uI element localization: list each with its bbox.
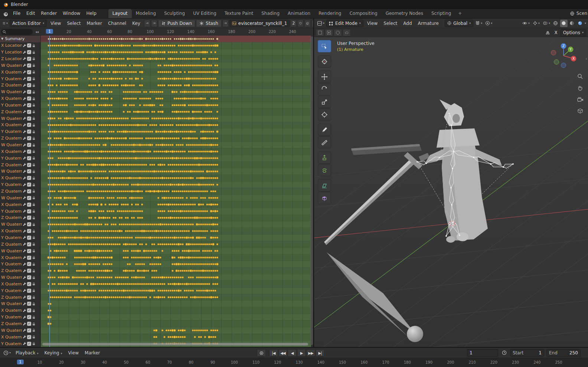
channel-enable-checkbox[interactable]: ✓ bbox=[27, 282, 31, 286]
shading-solid-button[interactable] bbox=[560, 20, 568, 27]
wrench-icon[interactable] bbox=[23, 295, 26, 299]
channel-enable-checkbox[interactable]: ✓ bbox=[27, 229, 31, 233]
lock-icon[interactable] bbox=[32, 70, 36, 74]
lock-icon[interactable] bbox=[32, 137, 36, 140]
channel-enable-checkbox[interactable]: ✓ bbox=[27, 328, 31, 332]
channel-row[interactable]: X Quaterni✓ bbox=[0, 281, 41, 287]
gizmo-neg-z[interactable] bbox=[561, 63, 566, 68]
wrench-icon[interactable] bbox=[23, 229, 26, 233]
lock-icon[interactable] bbox=[32, 97, 36, 101]
wrench-icon[interactable] bbox=[23, 223, 26, 226]
viewport-menu-armature[interactable]: Armature bbox=[415, 19, 442, 27]
channel-enable-checkbox[interactable]: ✓ bbox=[27, 96, 31, 101]
channel-enable-checkbox[interactable]: ✓ bbox=[27, 262, 31, 266]
tool-move[interactable] bbox=[318, 71, 331, 83]
lock-icon[interactable] bbox=[32, 163, 36, 167]
channel-enable-checkbox[interactable]: ✓ bbox=[27, 136, 31, 140]
visibility-eye-icon[interactable]: ▾ bbox=[521, 20, 531, 27]
channel-row[interactable]: X Quaterni✓ bbox=[0, 95, 41, 102]
add-workspace-button[interactable]: + bbox=[455, 9, 465, 18]
lock-icon[interactable] bbox=[32, 156, 36, 160]
mirror-icon[interactable] bbox=[544, 29, 552, 36]
wrench-icon[interactable] bbox=[23, 63, 26, 67]
channel-enable-checkbox[interactable]: ✓ bbox=[27, 302, 31, 306]
wrench-icon[interactable] bbox=[23, 150, 26, 153]
timeline-menu-playback[interactable]: Playback ▾ bbox=[13, 349, 41, 357]
channel-row[interactable]: W Quaterni✓ bbox=[0, 115, 41, 122]
gizmo-neg-y[interactable] bbox=[554, 60, 559, 65]
lock-icon[interactable] bbox=[32, 342, 36, 345]
lock-icon[interactable] bbox=[32, 322, 36, 326]
jump-to-start-button[interactable]: |◀ bbox=[269, 349, 278, 357]
lock-icon[interactable] bbox=[32, 209, 36, 213]
dope-menu-select[interactable]: Select bbox=[64, 19, 84, 27]
workspace-tab-shading[interactable]: Shading bbox=[257, 9, 284, 18]
wrench-icon[interactable] bbox=[23, 130, 26, 134]
wrench-icon[interactable] bbox=[23, 183, 26, 187]
gizmo-neg-x[interactable] bbox=[551, 50, 556, 55]
channel-enable-checkbox[interactable]: ✓ bbox=[27, 203, 31, 207]
wrench-icon[interactable] bbox=[23, 163, 26, 167]
viewport-3d-scene[interactable] bbox=[314, 37, 588, 347]
channel-enable-checkbox[interactable]: ✓ bbox=[27, 315, 31, 319]
channel-enable-checkbox[interactable]: ✓ bbox=[27, 342, 31, 346]
channel-enable-checkbox[interactable]: ✓ bbox=[27, 256, 31, 260]
channel-enable-checkbox[interactable]: ✓ bbox=[27, 110, 31, 114]
wrench-icon[interactable] bbox=[23, 196, 26, 200]
channel-row[interactable]: X Quaterni✓ bbox=[0, 69, 41, 75]
lock-icon[interactable] bbox=[32, 276, 36, 279]
channel-row[interactable]: Y Quaterni✓ bbox=[0, 208, 41, 214]
lock-icon[interactable] bbox=[32, 236, 36, 239]
lock-icon[interactable] bbox=[32, 170, 36, 173]
shading-rendered-button[interactable] bbox=[576, 20, 584, 27]
channel-row[interactable]: W Quaterni✓ bbox=[0, 62, 41, 69]
channel-enable-checkbox[interactable]: ✓ bbox=[27, 176, 31, 180]
next-keyframe-button[interactable]: ▶▶ bbox=[306, 349, 315, 357]
editor-type-icon-3d[interactable]: ▾ bbox=[316, 20, 326, 27]
lock-icon[interactable] bbox=[32, 57, 36, 60]
horizontal-scrollbar[interactable] bbox=[42, 343, 308, 345]
channel-row[interactable]: X Quaterni✓ bbox=[0, 254, 41, 261]
workspace-tab-scripting[interactable]: Scripting bbox=[427, 9, 455, 18]
lock-icon[interactable] bbox=[32, 189, 36, 193]
wrench-icon[interactable] bbox=[23, 83, 26, 87]
lock-icon[interactable] bbox=[32, 196, 36, 200]
channel-row-summary[interactable]: ▼Summary bbox=[0, 36, 41, 42]
wrench-icon[interactable] bbox=[23, 209, 26, 213]
wrench-icon[interactable] bbox=[23, 90, 26, 94]
select-mode-tweak-button[interactable] bbox=[316, 29, 324, 36]
dope-sheet-ruler[interactable]: 204060801001201401601802002202401 bbox=[41, 28, 313, 36]
timeline-editor-icon[interactable]: ▾ bbox=[2, 349, 12, 357]
channel-enable-checkbox[interactable]: ✓ bbox=[27, 269, 31, 273]
lock-icon[interactable] bbox=[32, 242, 36, 246]
auto-keying-button[interactable] bbox=[257, 349, 266, 357]
tool-extrude-cube[interactable] bbox=[318, 192, 331, 204]
lock-icon[interactable] bbox=[32, 123, 36, 127]
channel-row[interactable]: Z Quaterni✓ bbox=[0, 268, 41, 274]
wrench-icon[interactable] bbox=[23, 322, 26, 326]
lock-icon[interactable] bbox=[32, 335, 36, 339]
camera-view-icon[interactable] bbox=[576, 95, 584, 104]
workspace-tab-animation[interactable]: Animation bbox=[284, 9, 314, 18]
wrench-icon[interactable] bbox=[23, 282, 26, 286]
wrench-icon[interactable] bbox=[23, 170, 26, 173]
channel-row[interactable]: Y Quaterni✓ bbox=[0, 102, 41, 109]
lock-icon[interactable] bbox=[32, 63, 36, 67]
new-action-button[interactable] bbox=[304, 20, 311, 27]
lock-icon[interactable] bbox=[32, 229, 36, 233]
push-down-button[interactable]: Push Down bbox=[158, 20, 195, 27]
lock-icon[interactable] bbox=[32, 117, 36, 120]
channel-enable-checkbox[interactable]: ✓ bbox=[27, 63, 31, 68]
wrench-icon[interactable] bbox=[23, 335, 26, 339]
disclosure-icon[interactable]: ▼ bbox=[1, 37, 3, 40]
wrench-icon[interactable] bbox=[23, 236, 26, 239]
lock-icon[interactable] bbox=[32, 328, 36, 332]
channel-row[interactable]: Z Quaterni✓ bbox=[0, 161, 41, 168]
select-mode-lasso-button[interactable] bbox=[343, 29, 351, 36]
workspace-tab-geometry-nodes[interactable]: Geometry Nodes bbox=[382, 9, 427, 18]
wrench-icon[interactable] bbox=[23, 97, 26, 101]
wrench-icon[interactable] bbox=[23, 262, 26, 266]
channel-enable-checkbox[interactable]: ✓ bbox=[27, 70, 31, 74]
channel-enable-checkbox[interactable]: ✓ bbox=[27, 150, 31, 154]
channel-row[interactable]: X Location✓ bbox=[0, 42, 41, 49]
